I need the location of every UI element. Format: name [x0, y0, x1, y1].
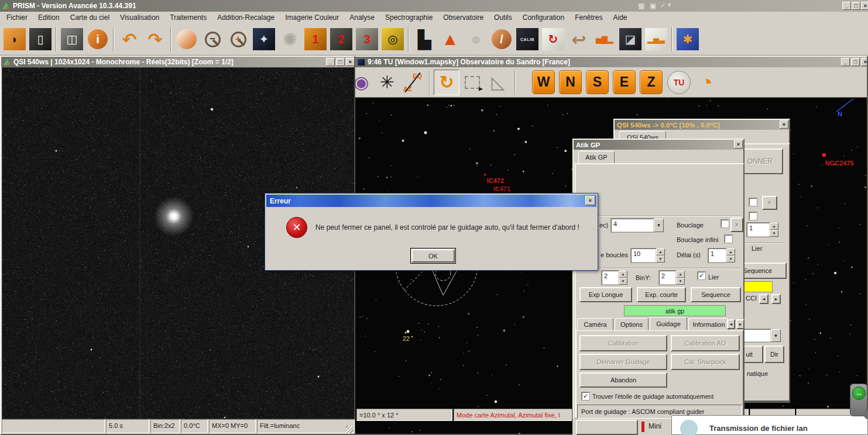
menu-visualisation[interactable]: Visualisation: [115, 12, 164, 23]
cal-sharplock-button[interactable]: Cal. Sharplock: [671, 354, 740, 370]
dir-north-button[interactable]: N: [559, 70, 582, 94]
qsi-delai-spinner[interactable]: 1 ▲▼: [747, 223, 778, 237]
menu-traitements[interactable]: Traitements: [164, 12, 212, 23]
qsi-panel-titlebar[interactable]: QSI 540ws -> 0.0°C [10% , 0.0°C] ×: [615, 120, 789, 130]
image-window-titlebar[interactable]: QSI 540ws | 1024x1024 - Monochrome - Rée…: [1, 57, 354, 67]
resize-grip[interactable]: [346, 426, 354, 433]
select-region-icon[interactable]: ▸: [459, 69, 485, 96]
ok-button[interactable]: OK: [411, 249, 455, 263]
check-menu-icon[interactable]: ✓: [660, 2, 665, 9]
error-dialog-titlebar[interactable]: Erreur ×: [266, 195, 596, 207]
camera-3-icon[interactable]: 3: [354, 26, 380, 53]
guider-camera-icon[interactable]: ▙: [411, 26, 437, 53]
menu-fichier[interactable]: Fichier: [1, 12, 33, 23]
qsi-tabs-left-arrow[interactable]: ◄: [759, 294, 768, 304]
save-icon[interactable]: ▯: [28, 26, 53, 53]
dir-east-button[interactable]: E: [613, 70, 636, 94]
clock-icon[interactable]: ◔: [694, 70, 719, 95]
back-arrow-icon[interactable]: ↩: [566, 26, 592, 53]
menu-spectrographie[interactable]: Spectrographie: [380, 12, 438, 23]
atik-bouclage-infini-checkbox[interactable]: [725, 235, 732, 243]
camera-1-icon[interactable]: 1: [303, 26, 328, 53]
atik-stop-loop-button[interactable]: ×: [730, 218, 743, 232]
app-maximize-button[interactable]: □: [852, 2, 860, 10]
menu-addition-recalage[interactable]: Addition-Recalage: [212, 12, 280, 23]
menu-outils[interactable]: Outils: [489, 12, 517, 23]
demarrer-guidage-button[interactable]: Démarrer Guidage: [579, 354, 667, 370]
auto-star-checkbox[interactable]: ✓: [582, 392, 589, 400]
info-icon[interactable]: i: [85, 26, 111, 53]
atik-tab-information[interactable]: Information: [688, 318, 729, 330]
search-images-icon[interactable]: ◫: [59, 26, 85, 53]
atik-boucles-spinner[interactable]: 10 ▲▼: [631, 248, 665, 263]
skymap-close-button[interactable]: ×: [861, 58, 868, 66]
preview-image-icon[interactable]: ✦: [251, 26, 277, 53]
atik-panel-close-button[interactable]: ×: [734, 140, 743, 149]
undo-icon[interactable]: ↶: [116, 26, 142, 53]
atik-biny-spinner[interactable]: 2 ▲▼: [659, 271, 685, 285]
qsi-stop-loop-button[interactable]: ×: [762, 196, 777, 210]
dome-icon[interactable]: ●: [463, 26, 489, 53]
layout-grid-icon[interactable]: ▦: [638, 2, 644, 10]
calib-icon[interactable]: CALIB: [514, 26, 540, 53]
qsi-bouclage-infini-checkbox[interactable]: [749, 212, 757, 220]
exp-courte-button[interactable]: Exp. courte: [637, 287, 686, 302]
atik-tabs-right-arrow[interactable]: ►: [736, 319, 745, 329]
lens-icon[interactable]: ◎: [380, 26, 406, 53]
atik-tab-guidage[interactable]: Guidage: [650, 317, 687, 330]
image-minimize-button[interactable]: _: [326, 58, 335, 66]
app-minimize-button[interactable]: _: [842, 2, 851, 10]
rotate-field-icon[interactable]: ↻: [434, 70, 459, 95]
calibration-ao-button[interactable]: Calibration AO: [671, 335, 740, 351]
error-dialog-close-button[interactable]: ×: [585, 196, 595, 205]
atik-bouclage-checkbox[interactable]: [721, 220, 729, 227]
atik-tab[interactable]: Atik GP: [578, 151, 615, 164]
menu-carte-du-ciel[interactable]: Carte du ciel: [65, 12, 115, 23]
mirror-icon[interactable]: ◪: [617, 26, 643, 53]
eqaz-icon[interactable]: EQAZ: [400, 69, 426, 96]
open-image-icon[interactable]: ◗: [2, 26, 28, 53]
collimation-icon[interactable]: ▲: [437, 26, 463, 53]
camera-2-icon[interactable]: 2: [328, 26, 354, 53]
app-close-button[interactable]: ×: [861, 2, 868, 10]
image-maximize-button[interactable]: □: [336, 58, 345, 66]
skymap-titlebar[interactable]: 9:46 TU [Window1.mapsky] Observatoire du…: [355, 57, 867, 67]
menu-analyse[interactable]: Analyse: [344, 12, 380, 23]
menu-configuration[interactable]: Configuration: [517, 12, 569, 23]
dir-zenith-button[interactable]: Z: [640, 70, 663, 94]
dir-south-button[interactable]: S: [586, 70, 609, 94]
filter-wheel-icon[interactable]: ✺: [277, 26, 303, 53]
atik-lier-checkbox[interactable]: ✓: [698, 272, 705, 279]
abandon-button[interactable]: Abandon: [579, 372, 667, 388]
atik-tabs-left-arrow[interactable]: ◄: [727, 319, 735, 329]
measure-angle-icon[interactable]: ◺: [485, 69, 511, 96]
qsi-panel-close-button[interactable]: ×: [780, 120, 788, 129]
automation-icon[interactable]: ✱: [675, 26, 701, 53]
skymap-maximize-button[interactable]: □: [851, 58, 860, 66]
qsi-bouclage-checkbox[interactable]: [749, 198, 757, 206]
menu-fen-tres[interactable]: Fenêtres: [569, 12, 608, 23]
qsi-dir-button[interactable]: Dir: [764, 346, 784, 363]
mini-label[interactable]: Mini: [649, 422, 661, 430]
dir-west-button[interactable]: W: [532, 70, 555, 94]
atik-panel-titlebar[interactable]: Atik GP ×: [574, 140, 743, 150]
zoom-out-icon[interactable]: −: [200, 26, 225, 53]
sky-objects-icon[interactable]: ◉: [354, 69, 374, 96]
calibration-button[interactable]: Calibration: [579, 335, 667, 351]
skymap-minimize-button[interactable]: _: [841, 58, 850, 66]
tools-icon[interactable]: /: [489, 26, 514, 53]
atik-exposure-combo[interactable]: 4 ▼: [611, 219, 664, 232]
menu-imagerie-couleur[interactable]: Imagerie Couleur: [280, 12, 344, 23]
expand-windows-icon[interactable]: ▣: [650, 2, 656, 10]
qsi-tabs-right-arrow[interactable]: ►: [771, 294, 781, 304]
rotate-icon[interactable]: ↻: [540, 26, 566, 53]
notification-popup[interactable]: Transmission de fichier lan: [671, 415, 868, 435]
atik-tab-options[interactable]: Options: [615, 318, 649, 330]
redo-icon[interactable]: ↷: [142, 26, 168, 53]
graph-icon[interactable]: ▂▅▃: [643, 26, 669, 53]
histogram-icon[interactable]: ▅▇▂: [592, 26, 617, 53]
remote-control-badge[interactable]: ↔: [850, 384, 867, 416]
center-object-icon[interactable]: ✳: [374, 69, 400, 96]
atik-delai-spinner[interactable]: 1 ▲▼: [708, 248, 735, 263]
tu-globe-icon[interactable]: TU: [667, 71, 691, 94]
